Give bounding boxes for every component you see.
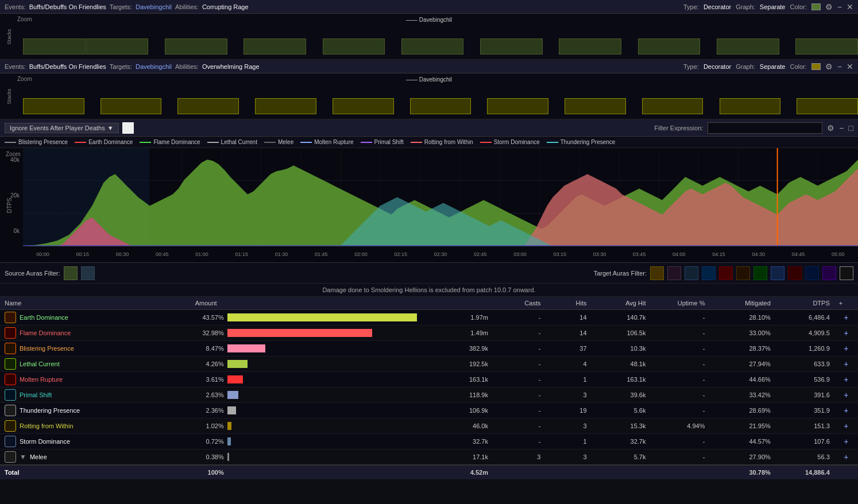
th-uptime[interactable]: Uptime % xyxy=(650,297,709,310)
ability-link-4[interactable]: Molten Rupture xyxy=(20,376,63,383)
legend-item-molten[interactable]: Molten Rupture xyxy=(300,139,353,145)
amount-val-2: 382.9k xyxy=(454,345,488,352)
color-swatch-1[interactable] xyxy=(811,3,821,10)
th-avghit[interactable]: Avg Hit xyxy=(592,297,651,310)
stacks-block xyxy=(543,52,559,55)
td-mitigated-3: 27.94% xyxy=(709,356,775,372)
ignore-events-dropdown[interactable]: Ignore Events After Player Deaths ▼ xyxy=(5,123,119,133)
legend-item-blistering[interactable]: Blistering Presence xyxy=(5,139,68,145)
target-aura-icon-4[interactable] xyxy=(702,266,716,280)
td-name-7: Rotting from Within xyxy=(0,418,191,434)
targets-value-2: Davebingchil xyxy=(136,63,172,70)
plus-btn-7[interactable]: + xyxy=(840,421,852,431)
ability-link-3[interactable]: Lethal Current xyxy=(20,360,60,367)
td-dtps-0: 6,486.4 xyxy=(775,310,834,325)
color-swatch-2[interactable] xyxy=(811,63,821,70)
ability-link-6[interactable]: Thundering Presence xyxy=(20,407,80,414)
target-aura-icon-8[interactable] xyxy=(771,266,784,280)
ability-link-2[interactable]: Blistering Presence xyxy=(20,345,74,352)
stacks-block-gold xyxy=(720,98,781,114)
legend-item-lethal[interactable]: Lethal Current xyxy=(207,139,257,145)
ability-link-8[interactable]: Storm Dominance xyxy=(20,438,70,445)
target-aura-icon-7[interactable] xyxy=(753,266,767,280)
th-dtps[interactable]: DTPS xyxy=(775,297,834,310)
td-casts-4: - xyxy=(493,372,546,387)
plus-btn-4[interactable]: + xyxy=(840,375,852,384)
ability-link-1[interactable]: Flame Dominance xyxy=(20,329,71,336)
th-name[interactable]: Name xyxy=(0,297,191,310)
legend-line-earth xyxy=(75,142,86,143)
legend-item-primal[interactable]: Primal Shift xyxy=(361,139,404,145)
legend-item-melee[interactable]: Melee xyxy=(264,139,293,145)
target-aura-icon-5[interactable] xyxy=(719,266,733,280)
legend-line-thundering xyxy=(547,142,558,143)
footer-dtps: 14,886.4 xyxy=(775,465,834,479)
legend-item-earth[interactable]: Earth Dominance xyxy=(75,139,133,145)
ability-link-0[interactable]: Earth Dominance xyxy=(20,314,68,321)
target-aura-icon-1[interactable] xyxy=(650,266,664,280)
stacks-block xyxy=(780,52,795,55)
event-bar-2: Events: Buffs/Debuffs On Friendlies Targ… xyxy=(0,60,858,73)
filter-expression-input[interactable] xyxy=(708,122,822,134)
td-plus-9: + xyxy=(834,449,858,466)
white-toggle-btn[interactable] xyxy=(122,122,134,134)
settings-btn-1[interactable]: ⚙ xyxy=(825,2,833,11)
target-aura-icon-9[interactable] xyxy=(788,266,802,280)
plus-btn-5[interactable]: + xyxy=(840,390,852,400)
legend-item-flame[interactable]: Flame Dominance xyxy=(140,139,200,145)
minus-btn-2[interactable]: − xyxy=(837,62,842,71)
source-aura-icon-1[interactable] xyxy=(64,266,78,280)
ability-icon-0 xyxy=(5,312,16,323)
color-label-1: Color: xyxy=(790,3,806,10)
legend-item-thundering[interactable]: Thundering Presence xyxy=(547,139,616,145)
amount-bar-5 xyxy=(227,391,238,399)
plus-btn-6[interactable]: + xyxy=(840,406,852,415)
stacks-block xyxy=(559,38,621,55)
legend-item-storm[interactable]: Storm Dominance xyxy=(480,139,540,145)
plus-btn-9[interactable]: + xyxy=(840,452,852,462)
expand-btn-9[interactable]: ▼ xyxy=(20,453,26,461)
source-aura-icon-2[interactable] xyxy=(81,266,95,280)
filter-minus-icon[interactable]: − xyxy=(839,123,844,133)
amount-bar-3 xyxy=(227,360,248,368)
stacks-block xyxy=(23,38,86,55)
legend-item-rotting[interactable]: Rotting from Within xyxy=(411,139,473,145)
settings-btn-2[interactable]: ⚙ xyxy=(825,62,833,71)
target-aura-icon-10[interactable] xyxy=(805,266,819,280)
y-axis: 40k 20k 0k xyxy=(0,157,22,234)
td-avghit-1: 106.5k xyxy=(592,325,651,341)
footer-plus xyxy=(834,465,858,479)
close-btn-1[interactable]: ✕ xyxy=(847,2,853,11)
close-btn-2[interactable]: ✕ xyxy=(847,62,853,71)
th-amount[interactable]: Amount xyxy=(191,297,493,310)
td-hits-3: 4 xyxy=(545,356,591,372)
td-hits-7: 3 xyxy=(545,418,591,434)
target-aura-icon-12[interactable] xyxy=(840,266,853,280)
th-mitigated[interactable]: Mitigated xyxy=(709,297,775,310)
filter-settings-icon[interactable]: ⚙ xyxy=(827,123,834,133)
target-aura-icon-11[interactable] xyxy=(822,266,836,280)
plus-btn-2[interactable]: + xyxy=(840,344,852,353)
ability-link-9[interactable]: Melee xyxy=(30,453,47,460)
stacks-block xyxy=(86,38,149,55)
td-uptime-9: - xyxy=(650,449,709,466)
stacks-block-gold xyxy=(410,98,471,114)
td-plus-6: + xyxy=(834,403,858,418)
targets-value-1: Davebingchil xyxy=(136,3,172,10)
ability-link-5[interactable]: Primal Shift xyxy=(20,391,52,398)
target-aura-icon-3[interactable] xyxy=(685,266,698,280)
ability-link-7[interactable]: Rotting from Within xyxy=(20,422,74,429)
td-amount-7: 1.02% 46.0k xyxy=(191,418,493,434)
target-aura-icon-6[interactable] xyxy=(736,266,750,280)
th-hits[interactable]: Hits xyxy=(545,297,591,310)
filter-maximize-icon[interactable]: □ xyxy=(849,123,853,133)
plus-btn-8[interactable]: + xyxy=(840,437,852,446)
plus-btn-3[interactable]: + xyxy=(840,359,852,369)
target-aura-icon-2[interactable] xyxy=(667,266,681,280)
td-hits-8: 1 xyxy=(545,434,591,449)
minus-btn-1[interactable]: − xyxy=(837,2,842,11)
th-casts[interactable]: Casts xyxy=(493,297,546,310)
plus-btn-0[interactable]: + xyxy=(840,313,852,322)
plus-btn-1[interactable]: + xyxy=(840,328,852,338)
notice-text: Damage done to Smoldering Hellions is ex… xyxy=(322,286,535,293)
